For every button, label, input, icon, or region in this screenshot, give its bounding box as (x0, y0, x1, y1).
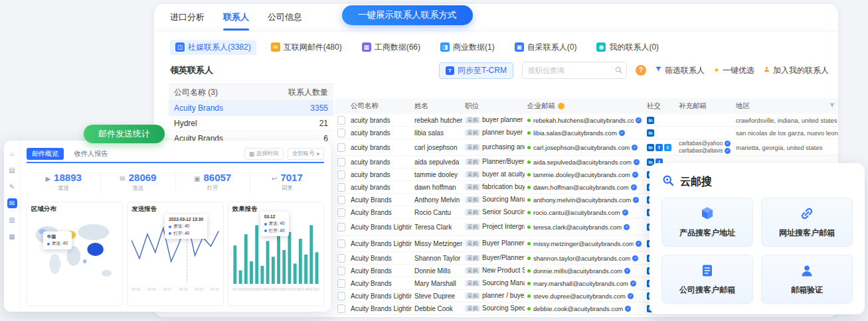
row-checkbox[interactable] (337, 223, 345, 231)
filter-icon[interactable] (829, 102, 835, 110)
col-header-name: 姓名 (412, 101, 462, 111)
chip-social-media[interactable]: ◫社媒联系人(3382) (170, 40, 256, 55)
tab-contacts[interactable]: 联系人 (223, 4, 249, 31)
row-checkbox[interactable] (337, 317, 345, 318)
mail-tab-recipient-report[interactable]: 收件人报告 (69, 148, 113, 160)
contact-row[interactable]: Acuity Brands LightingDan Williams采购Sour… (335, 315, 838, 317)
linkedin-icon[interactable]: in (647, 144, 654, 151)
row-checkbox[interactable] (337, 183, 345, 192)
name-cell: Teresa Clark (412, 223, 462, 231)
row-checkbox[interactable] (337, 158, 345, 166)
email-status-dot (527, 119, 531, 122)
person-add-icon (763, 66, 770, 75)
row-checkbox[interactable] (337, 292, 345, 300)
edit-icon[interactable]: ✎ (7, 182, 17, 192)
row-checkbox[interactable] (337, 304, 345, 313)
cloud-btn-company-email-search[interactable]: 公司搜客户邮箱 (661, 255, 753, 304)
email-text: dawn.hoffman@acuitybrands.com (533, 184, 629, 191)
stat-value: 18893 (54, 172, 82, 183)
position-tag: 采购 (465, 196, 480, 203)
cloud-btn-label: 产品搜客户地址 (679, 227, 735, 239)
filter-contacts-button[interactable]: 筛选联系人 (655, 65, 705, 76)
company-cell: Acuity Brands Lighting (348, 317, 412, 318)
cloud-btn-product-address-search[interactable]: 产品搜客户地址 (661, 198, 753, 247)
name-cell: Mary Marshall (412, 279, 462, 288)
company-row[interactable]: Hydrel21 (169, 116, 333, 131)
row-checkbox[interactable] (337, 267, 345, 275)
row-checkbox[interactable] (337, 208, 345, 217)
chip-commerce-data[interactable]: ◨商业数据(1) (435, 40, 500, 55)
account-select-label: 全部账号 (292, 150, 315, 158)
tab-import-analysis[interactable]: 进口分析 (170, 4, 205, 31)
email-cell: rebekah.hutchens@acuitybrands.com✓ (525, 116, 644, 125)
chip-business-registry[interactable]: ▦工商数据(66) (357, 40, 426, 55)
row-checkbox[interactable] (337, 239, 345, 248)
company-cell: Acuity Brands (348, 279, 412, 288)
one-click-select-button[interactable]: ✦ 一键优选 (713, 65, 754, 76)
folder-icon[interactable]: ▥ (7, 215, 17, 225)
cloud-btn-url-email-search[interactable]: 网址搜客户邮箱 (761, 198, 853, 247)
email-cell: daniel.williams2@acuitybrands.com✓ (525, 317, 644, 318)
mail-tab-overview[interactable]: 邮件概览 (27, 148, 64, 160)
email-text: tammie.dooley@acuitybrands.com (533, 171, 630, 178)
col-header-region: 地区 (733, 101, 838, 111)
checkbox-cell (335, 239, 348, 249)
link-icon (799, 206, 815, 224)
cloud-btn-email-verify[interactable]: 邮箱验证 (761, 255, 853, 304)
checkbox-cell (335, 253, 348, 263)
report-icon[interactable]: ▦ (7, 231, 17, 241)
row-checkbox[interactable] (337, 143, 345, 152)
linkedin-icon[interactable]: in (647, 117, 654, 124)
checkbox-cell (335, 128, 348, 138)
row-checkbox[interactable] (337, 170, 345, 179)
name-cell: Donnie Mills (412, 267, 462, 275)
add-to-my-contacts-button[interactable]: 加入我的联系人 (763, 65, 829, 76)
company-row[interactable]: Acuity Brands3355 (169, 101, 333, 116)
cloud-search-title: 云邮搜 (680, 175, 712, 189)
row-checkbox[interactable] (337, 279, 345, 288)
stat-sent: ▶18893发送 (27, 172, 101, 192)
home-icon[interactable]: ⌂ (7, 149, 17, 159)
help-icon[interactable]: ? (636, 65, 646, 76)
row-checkbox[interactable] (337, 254, 345, 263)
contact-row[interactable]: acuity brandslibia salas采购planner buyerl… (335, 127, 838, 139)
search-input[interactable] (522, 62, 627, 79)
account-select[interactable]: 全部账号 ▾ (288, 148, 324, 160)
email-status-dot (527, 225, 531, 229)
company-cell: acuity brands (348, 158, 412, 166)
company-cell: Acuity Brands (348, 208, 412, 217)
position-tag: 采购 (465, 255, 480, 261)
cloud-btn-label: 网址搜客户邮箱 (779, 227, 835, 239)
sync-tcrm-button[interactable]: T 同步至T-CRM (439, 62, 513, 79)
name-cell: dawn hoffman (412, 183, 462, 192)
row-checkbox[interactable] (337, 116, 345, 125)
tab-company-info[interactable]: 公司信息 (268, 4, 302, 31)
row-checkbox[interactable] (337, 129, 345, 137)
col-header-extra-email: 补充邮箱 (676, 101, 733, 111)
position-tag: 采购 (465, 159, 480, 165)
date-range-picker[interactable]: ▦ 选择时间 (244, 148, 284, 160)
contact-row[interactable]: acuity brandsrebekah hutchens采购buyer pla… (335, 114, 838, 127)
stats-icon[interactable]: ▤ (7, 165, 17, 175)
twitter-icon[interactable]: t (664, 144, 671, 151)
row-checkbox[interactable] (337, 196, 345, 204)
facebook-icon[interactable]: f (655, 144, 663, 151)
contact-row[interactable]: acuity brandscarl josephson采购purchasing … (335, 139, 838, 156)
verify-icon: ✓ (628, 293, 634, 299)
position-tag: 采购 (465, 171, 480, 178)
mail-icon[interactable]: ✉ (7, 198, 17, 208)
email-status-dot (527, 257, 531, 260)
chip-self-collected[interactable]: ▣自采联系人(0) (509, 40, 582, 55)
linkedin-icon[interactable]: in (647, 129, 654, 137)
add-to-my-contacts-label: 加入我的联系人 (773, 65, 829, 76)
cloud-search-grid: 产品搜客户地址网址搜客户邮箱公司搜客户邮箱邮箱验证 (661, 198, 853, 304)
cloud-mail-search-card: 云邮搜 产品搜客户地址网址搜客户邮箱公司搜客户邮箱邮箱验证 (650, 163, 865, 314)
opened-icon: ▣ (194, 175, 200, 182)
search-icon[interactable] (614, 66, 623, 76)
email-text: missy.metzinger@acuitybrands.com (533, 240, 634, 247)
verify-icon: ✓ (634, 159, 640, 165)
checkbox-cell (335, 182, 348, 192)
company-table: 公司名称 (3) 联系人数量 Acuity Brands3355Hydrel21… (169, 84, 333, 147)
chip-internet-mail[interactable]: ✉互联网邮件(480) (266, 40, 347, 55)
chip-my-contacts[interactable]: ◉我的联系人(0) (591, 40, 664, 55)
